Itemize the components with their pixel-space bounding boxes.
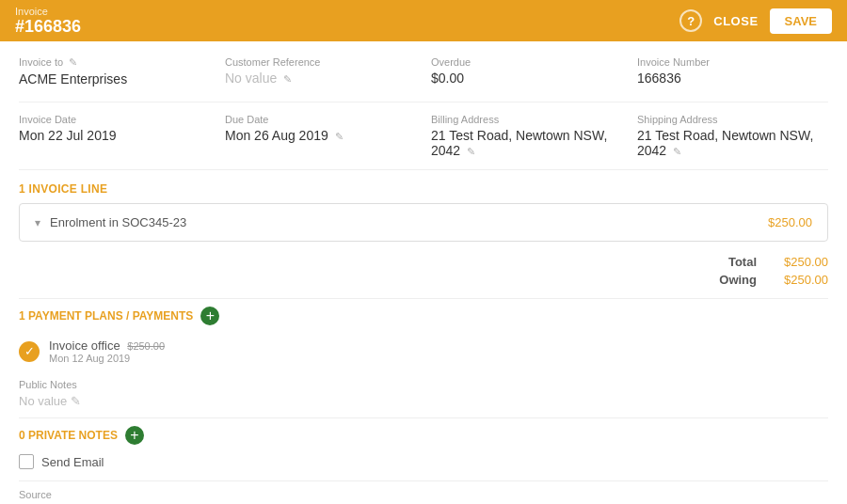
- invoice-date-value: Mon 22 Jul 2019: [19, 128, 210, 143]
- billing-address-value: 21 Test Road, Newtown NSW, 2042 ✎: [431, 128, 622, 158]
- invoice-number-value: 166836: [637, 71, 828, 86]
- customer-reference-label: Customer Reference: [225, 56, 416, 68]
- private-notes-title: 0 PRIVATE NOTES: [19, 429, 118, 442]
- public-notes-label: Public Notes: [19, 379, 828, 390]
- overdue-field: Overdue $0.00: [431, 56, 622, 87]
- invoice-label: Invoice: [15, 6, 81, 17]
- add-private-note-button[interactable]: +: [125, 426, 144, 445]
- check-circle-icon: ✓: [19, 341, 40, 362]
- public-notes-edit-icon[interactable]: ✎: [71, 394, 81, 408]
- customer-reference-value: No value ✎: [225, 71, 416, 86]
- line-amount: $250.00: [768, 215, 812, 229]
- owing-label: Owing: [719, 273, 757, 287]
- header-actions: ? CLOSE SAVE: [679, 8, 832, 34]
- send-email-checkbox[interactable]: [19, 454, 34, 469]
- invoice-number: #166836: [15, 17, 81, 37]
- payment-name: Invoice office $250.00: [49, 339, 165, 353]
- totals-section: Total $250.00 Owing $250.00: [19, 249, 828, 298]
- invoice-number-field: Invoice Number 166836: [637, 56, 828, 87]
- content: Invoice to ✎ ACME Enterprises Customer R…: [0, 41, 847, 504]
- overdue-label: Overdue: [431, 56, 622, 68]
- save-button[interactable]: SAVE: [770, 8, 832, 34]
- overdue-value: $0.00: [431, 71, 622, 86]
- help-button[interactable]: ?: [679, 9, 702, 32]
- header-invoice-info: Invoice #166836: [15, 6, 81, 37]
- billing-address-label: Billing Address: [431, 114, 622, 125]
- line-name: Enrolment in SOC345-23: [50, 215, 186, 229]
- total-label: Total: [728, 255, 757, 269]
- meta-section: Source office Created By ish: [19, 480, 828, 504]
- payment-item: ✓ Invoice office $250.00 Mon 12 Aug 2019: [19, 333, 828, 370]
- close-button[interactable]: CLOSE: [713, 14, 758, 28]
- public-notes-value: No value ✎: [19, 394, 828, 408]
- owing-row: Owing $250.00: [719, 273, 828, 287]
- invoice-date-field: Invoice Date Mon 22 Jul 2019: [19, 114, 210, 158]
- shipping-address-field: Shipping Address 21 Test Road, Newtown N…: [637, 114, 828, 158]
- owing-value: $250.00: [772, 273, 828, 287]
- invoice-lines-section: 1 INVOICE LINE: [19, 170, 828, 203]
- billing-edit-icon[interactable]: ✎: [467, 146, 475, 157]
- shipping-address-value: 21 Test Road, Newtown NSW, 2042 ✎: [637, 128, 828, 158]
- invoice-to-value: ACME Enterprises: [19, 71, 210, 87]
- send-email-label: Send Email: [41, 455, 104, 469]
- send-email-row: Send Email: [19, 454, 828, 480]
- due-date-edit-icon[interactable]: ✎: [335, 131, 344, 142]
- payment-date: Mon 12 Aug 2019: [49, 353, 165, 364]
- total-value: $250.00: [772, 255, 828, 269]
- invoice-number-label: Invoice Number: [637, 56, 828, 68]
- invoice-lines-title: 1 INVOICE LINE: [19, 182, 107, 196]
- header: Invoice #166836 ? CLOSE SAVE: [0, 0, 847, 41]
- due-date-field: Due Date Mon 26 Aug 2019 ✎: [225, 114, 416, 158]
- private-notes-header: 0 PRIVATE NOTES +: [19, 417, 828, 454]
- invoice-to-edit-icon[interactable]: ✎: [69, 56, 77, 68]
- customer-reference-field: Customer Reference No value ✎: [225, 56, 416, 87]
- payment-amount: $250.00: [127, 340, 165, 352]
- invoice-line-left: ▾ Enrolment in SOC345-23: [35, 215, 186, 229]
- payment-plans-title: 1 PAYMENT PLANS / PAYMENTS: [19, 309, 193, 323]
- source-field: Source office: [19, 489, 828, 504]
- total-row: Total $250.00: [728, 255, 828, 269]
- billing-address-field: Billing Address 21 Test Road, Newtown NS…: [431, 114, 622, 158]
- due-date-label: Due Date: [225, 114, 416, 125]
- chevron-down-icon[interactable]: ▾: [35, 216, 40, 229]
- add-payment-button[interactable]: +: [200, 307, 219, 325]
- payment-info: Invoice office $250.00 Mon 12 Aug 2019: [49, 339, 165, 364]
- invoice-line-item: ▾ Enrolment in SOC345-23 $250.00: [19, 203, 828, 242]
- info-row-1: Invoice to ✎ ACME Enterprises Customer R…: [19, 56, 828, 102]
- payment-plans-header: 1 PAYMENT PLANS / PAYMENTS +: [19, 298, 828, 333]
- customer-ref-edit-icon[interactable]: ✎: [283, 73, 292, 85]
- shipping-edit-icon[interactable]: ✎: [673, 146, 681, 157]
- due-date-value: Mon 26 Aug 2019 ✎: [225, 128, 416, 143]
- invoice-to-field: Invoice to ✎ ACME Enterprises: [19, 56, 210, 87]
- info-row-2: Invoice Date Mon 22 Jul 2019 Due Date Mo…: [19, 102, 828, 170]
- invoice-to-label: Invoice to ✎: [19, 56, 210, 69]
- source-label: Source: [19, 489, 828, 500]
- invoice-date-label: Invoice Date: [19, 114, 210, 125]
- public-notes-section: Public Notes No value ✎: [19, 370, 828, 417]
- shipping-address-label: Shipping Address: [637, 114, 828, 125]
